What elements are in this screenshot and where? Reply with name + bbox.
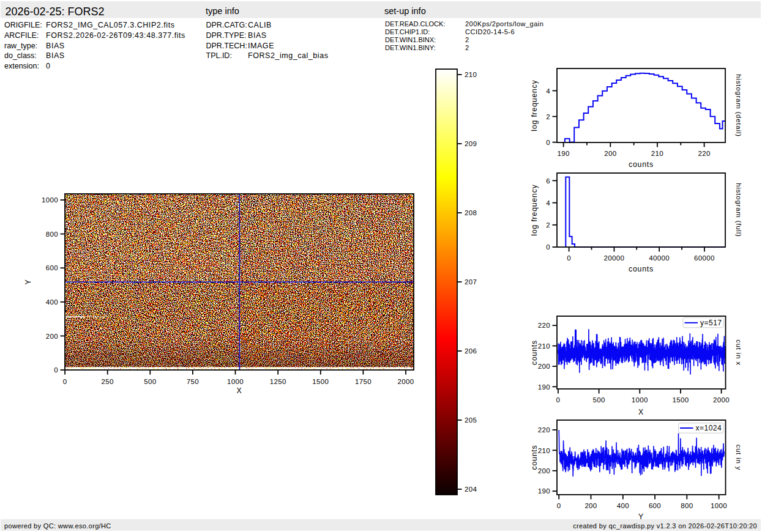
svg-text:206: 206 [465,347,477,355]
svg-text:200: 200 [585,502,597,509]
svg-text:209: 209 [465,140,477,147]
svg-text:2026-02-25: FORS2: 2026-02-25: FORS2 [6,6,105,18]
svg-text:500: 500 [592,396,605,404]
svg-text:cut in x: cut in x [735,339,742,366]
svg-text:1000: 1000 [711,502,727,509]
svg-text:190: 190 [538,383,550,391]
svg-text:205: 205 [465,416,477,424]
svg-text:y=517: y=517 [700,319,722,327]
svg-text:800: 800 [681,502,693,509]
svg-text:Y: Y [24,279,32,284]
svg-text:210: 210 [465,71,477,78]
svg-text:histogram (detail): histogram (detail) [735,74,742,137]
svg-text:FORS2_img_cal_bias: FORS2_img_cal_bias [248,51,328,60]
svg-text:0: 0 [567,254,571,262]
svg-text:TPL.ID:: TPL.ID: [206,51,232,60]
svg-text:0: 0 [556,396,561,404]
svg-text:190: 190 [538,487,550,495]
svg-text:X: X [638,408,644,416]
svg-text:210: 210 [538,447,550,454]
svg-text:extension:: extension: [4,62,39,70]
svg-text:ARCFILE:: ARCFILE: [4,31,39,40]
svg-text:CALIB: CALIB [248,21,272,29]
svg-text:200: 200 [538,467,550,475]
svg-text:4: 4 [546,87,550,95]
svg-text:4: 4 [546,199,550,207]
svg-text:600: 600 [46,264,58,272]
svg-text:20000: 20000 [604,254,625,262]
svg-text:1000: 1000 [42,196,58,204]
svg-text:1000: 1000 [632,396,648,404]
svg-text:DPR.TECH:: DPR.TECH: [206,42,247,50]
svg-text:500: 500 [144,378,156,385]
svg-text:6: 6 [546,177,550,185]
svg-text:2: 2 [546,221,550,229]
svg-text:log frequency: log frequency [530,184,539,235]
svg-text:2: 2 [465,36,469,43]
svg-text:set-up info: set-up info [384,6,426,16]
svg-text:250: 250 [102,378,114,385]
svg-text:1750: 1750 [355,378,372,385]
svg-text:DET.WIN1.BINY:: DET.WIN1.BINY: [385,44,436,51]
svg-text:1000: 1000 [227,378,244,385]
svg-text:200: 200 [604,150,616,157]
svg-text:histogram (full): histogram (full) [735,183,742,237]
svg-text:powered by QC: www.eso.org/HC: powered by QC: www.eso.org/HC [4,522,111,530]
svg-text:190: 190 [557,150,569,157]
svg-text:800: 800 [46,231,58,238]
svg-text:200: 200 [46,333,58,340]
svg-text:DET.READ.CLOCK:: DET.READ.CLOCK: [385,20,445,28]
svg-text:207: 207 [465,278,477,286]
svg-text:1250: 1250 [270,378,286,385]
svg-text:200: 200 [538,363,550,370]
svg-text:220: 220 [538,322,550,329]
svg-text:400: 400 [617,502,629,509]
svg-text:DET.CHIP1.ID:: DET.CHIP1.ID: [385,28,430,35]
svg-text:created by qc_rawdisp.py v1.2.: created by qc_rawdisp.py v1.2.3 on 2026-… [573,522,757,530]
svg-text:0: 0 [546,243,550,251]
svg-text:DET.WIN1.BINX:: DET.WIN1.BINX: [385,36,436,43]
svg-text:DPR.TYPE:: DPR.TYPE: [206,31,247,40]
svg-text:ORIGFILE:: ORIGFILE: [4,21,42,29]
svg-text:BIAS: BIAS [46,42,65,50]
svg-text:2000: 2000 [713,396,730,404]
svg-text:CCID20-14-5-6: CCID20-14-5-6 [465,28,515,35]
svg-text:2: 2 [465,44,469,51]
svg-text:raw_type:: raw_type: [4,42,37,50]
svg-text:BIAS: BIAS [248,31,267,40]
svg-text:2000: 2000 [398,378,414,385]
svg-text:600: 600 [649,502,661,509]
svg-text:DPR.CATG:: DPR.CATG: [206,21,247,29]
svg-text:220: 220 [538,426,550,434]
svg-text:FORS2_IMG_CAL057.3.CHIP2.fits: FORS2_IMG_CAL057.3.CHIP2.fits [46,21,174,29]
svg-text:0: 0 [54,366,58,374]
svg-text:Y: Y [638,512,644,521]
svg-text:0: 0 [63,378,67,385]
svg-text:0: 0 [557,502,561,509]
svg-text:60000: 60000 [694,254,715,262]
svg-text:X: X [236,386,242,395]
svg-text:210: 210 [538,342,550,350]
svg-text:counts: counts [629,265,654,273]
svg-text:40000: 40000 [649,254,670,262]
svg-text:FORS2.2026-02-26T09:43:48.377.: FORS2.2026-02-26T09:43:48.377.fits [46,31,185,40]
svg-text:1500: 1500 [312,378,329,385]
svg-text:counts: counts [629,160,654,169]
svg-text:BIAS: BIAS [46,51,65,60]
svg-text:200Kps/2ports/low_gain: 200Kps/2ports/low_gain [465,20,543,28]
svg-text:2: 2 [546,113,550,120]
svg-text:type info: type info [206,6,239,16]
svg-text:cut in y: cut in y [735,445,742,471]
svg-text:750: 750 [187,378,199,385]
svg-text:0: 0 [546,139,550,146]
svg-text:400: 400 [46,298,58,306]
svg-text:counts: counts [530,340,539,365]
svg-text:0: 0 [46,62,51,70]
svg-text:220: 220 [698,150,710,157]
svg-text:log frequency: log frequency [530,79,539,131]
svg-text:do_class:: do_class: [4,51,37,60]
svg-text:204: 204 [465,486,477,493]
svg-text:1500: 1500 [673,396,689,404]
svg-text:210: 210 [651,150,663,157]
svg-text:counts: counts [530,445,539,470]
